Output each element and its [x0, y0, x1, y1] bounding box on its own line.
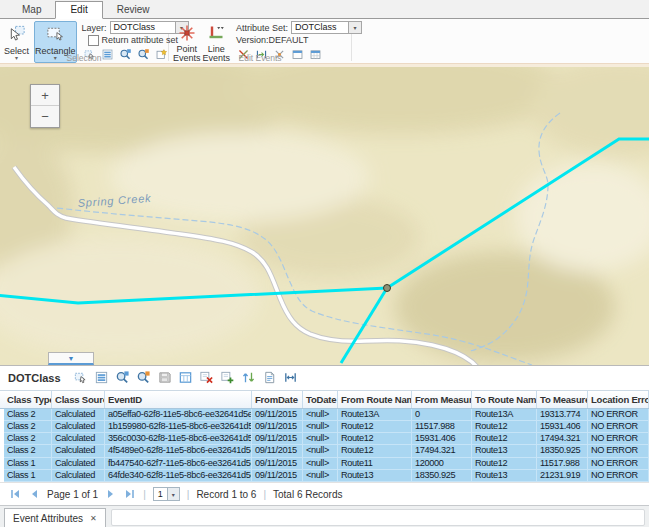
table-title: DOTClass [8, 372, 61, 384]
delete-record-button[interactable] [198, 370, 215, 386]
table-cell: 11517.988 [537, 458, 588, 470]
sort-records-button[interactable] [240, 370, 257, 386]
zoom-in-button[interactable]: + [31, 85, 59, 106]
table-cell: 18350.925 [537, 445, 588, 457]
table-cell: 120000 [412, 458, 472, 470]
selection-group-label: Selection [0, 54, 168, 63]
column-header-eventid[interactable]: EventID [105, 391, 252, 408]
return-attribute-set-checkbox[interactable] [88, 35, 99, 46]
pan-to-record-button[interactable] [135, 370, 152, 386]
table-cell: Calculated [52, 458, 105, 470]
page-label: Page 1 of 1 [47, 489, 98, 500]
event-attributes-tab[interactable]: Event Attributes ✕ [4, 508, 106, 527]
column-header-class-type[interactable]: Class Type [4, 391, 52, 408]
tab-map[interactable]: Map [8, 2, 55, 18]
next-page-button[interactable] [105, 488, 117, 500]
tab-review[interactable]: Review [103, 2, 164, 18]
table-cell: 15931.406 [537, 421, 588, 433]
table-row[interactable]: Class 1Calculatedfb447540-62f7-11e5-8bc6… [4, 458, 649, 470]
map-zoom-control: + − [30, 84, 60, 128]
app-window: Map Edit Review Select ▾ Rectangle ▾ [0, 0, 649, 527]
column-header-from-route-name[interactable]: From Route Name [338, 391, 412, 408]
column-header-to-measure[interactable]: To Measure [537, 391, 588, 408]
save-edits-button[interactable] [156, 370, 173, 386]
map-canvas[interactable]: Spring Creek + − ▼ [0, 67, 649, 365]
attribute-set-value: DOTClass [292, 22, 348, 33]
attribute-set-label: Attribute Set: [236, 23, 288, 33]
first-page-button[interactable] [9, 488, 21, 500]
table-cell: Route12 [338, 421, 412, 433]
column-header-to-route-name[interactable]: To Route Name [472, 391, 537, 408]
pager-separator: | [143, 489, 146, 500]
collapse-panel-button[interactable]: ▼ [48, 352, 94, 365]
table-cell: 64fde340-62f8-11e5-8bc6-ee32641d5ec9 [105, 470, 252, 482]
zoom-to-record-button[interactable] [114, 370, 131, 386]
table-row[interactable]: Class 2Calculateda05effa0-62f8-11e5-8bc6… [4, 409, 649, 421]
column-header-class-source[interactable]: Class Source [52, 391, 105, 408]
table-cell: NO ERROR [588, 470, 649, 482]
version-label: Version:DEFAULT [236, 35, 308, 45]
select-tool-icon [7, 24, 27, 45]
table-cell: Calculated [52, 433, 105, 445]
table-row[interactable]: Class 2Calculated4f5489e0-62f8-11e5-8bc6… [4, 445, 649, 457]
table-body: Class 2Calculateda05effa0-62f8-11e5-8bc6… [0, 409, 649, 483]
table-cell: 4f5489e0-62f8-11e5-8bc6-ee32641d5ec9 [105, 445, 252, 457]
table-row[interactable]: Class 2Calculated1b159980-62f8-11e5-8bc6… [4, 421, 649, 433]
rectangle-tool-icon [45, 24, 65, 45]
previous-page-button[interactable] [28, 488, 40, 500]
table-cell: 21231.919 [537, 470, 588, 482]
table-row[interactable]: Class 1Calculated64fde340-62f8-11e5-8bc6… [4, 470, 649, 482]
table-row[interactable]: Class 2Calculated356c0030-62f8-11e5-8bc6… [4, 433, 649, 445]
table-cell: NO ERROR [588, 445, 649, 457]
layer-select-value: DOTClass [111, 22, 175, 33]
column-header-todate[interactable]: ToDate [303, 391, 338, 408]
table-cell: Route12 [338, 445, 412, 457]
table-cell: <null> [303, 433, 338, 445]
table-cell: Route13 [472, 445, 537, 457]
event-attributes-panel: DOTClass [0, 365, 649, 527]
table-cell: Class 2 [4, 421, 52, 433]
table-cell: Route11 [338, 458, 412, 470]
bottom-tab-strip: Event Attributes ✕ [0, 505, 649, 527]
table-cell: <null> [303, 445, 338, 457]
zoom-out-button[interactable]: − [31, 106, 59, 127]
table-cell: 09/11/2015 [252, 445, 303, 457]
table-cell: NO ERROR [588, 409, 649, 421]
chevron-down-icon[interactable]: ▾ [167, 488, 179, 500]
report-button[interactable] [261, 370, 278, 386]
close-icon[interactable]: ✕ [90, 514, 97, 523]
last-page-button[interactable] [124, 488, 136, 500]
table-cell: fb447540-62f7-11e5-8bc6-ee32641d5ec9 [105, 458, 252, 470]
edit-events-group-label: Edit Events [169, 54, 351, 63]
route-vertex-marker[interactable] [384, 285, 391, 292]
table-cell: Route13A [338, 409, 412, 421]
table-cell: NO ERROR [588, 433, 649, 445]
attribute-set-select[interactable]: DOTClass ▾ [291, 21, 362, 34]
chevron-down-icon[interactable]: ▾ [348, 22, 361, 33]
point-events-icon [178, 24, 196, 44]
table-cell: Calculated [52, 421, 105, 433]
tab-edit[interactable]: Edit [55, 1, 102, 19]
table-cell: Calculated [52, 409, 105, 421]
page-number-select[interactable]: 1 ▾ [153, 487, 180, 501]
table-cell: <null> [303, 421, 338, 433]
column-header-location-error[interactable]: Location Error [588, 391, 649, 408]
date-filter-button[interactable] [177, 370, 194, 386]
measure-button[interactable] [282, 370, 299, 386]
column-header-from-measure[interactable]: From Measure [412, 391, 472, 408]
add-record-button[interactable] [219, 370, 236, 386]
pager-separator: | [263, 489, 266, 500]
table-cell: 356c0030-62f8-11e5-8bc6-ee32641d5ec9 [105, 433, 252, 445]
table-cell: 09/11/2015 [252, 421, 303, 433]
line-events-icon [207, 24, 225, 44]
table-cell: Route13 [472, 470, 537, 482]
column-header-fromdate[interactable]: FromDate [252, 391, 303, 408]
table-cell: 09/11/2015 [252, 470, 303, 482]
table-cell: 0 [412, 409, 472, 421]
table-cell: Calculated [52, 445, 105, 457]
show-selected-records-button[interactable] [93, 370, 110, 386]
select-records-button[interactable] [72, 370, 89, 386]
table-cell: <null> [303, 409, 338, 421]
table-header-row: Class TypeClass SourceEventIDFromDateToD… [0, 390, 649, 409]
layer-label: Layer: [82, 23, 107, 33]
